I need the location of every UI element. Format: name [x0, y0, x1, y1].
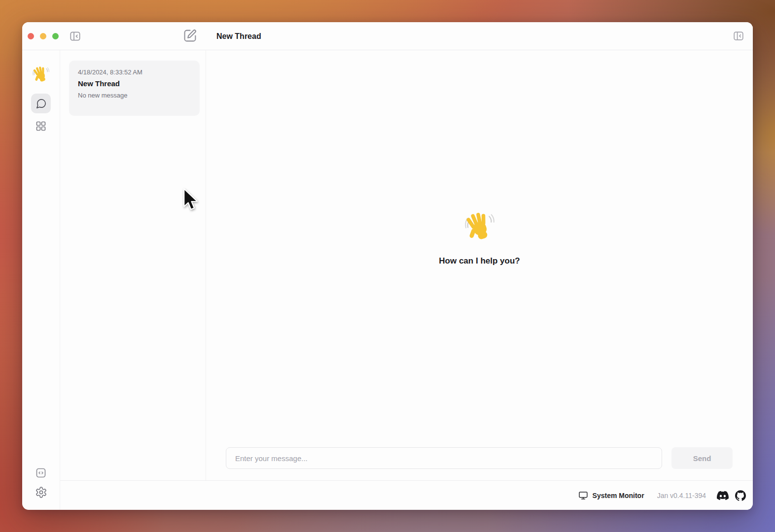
thread-subtitle: No new message [78, 92, 191, 99]
panel-collapse-icon [733, 30, 744, 42]
traffic-lights [28, 33, 59, 39]
github-icon [735, 490, 746, 501]
sidebar-item-hub[interactable] [31, 117, 51, 135]
sidebar-item-settings[interactable] [31, 482, 51, 502]
local-api-icon [35, 467, 47, 479]
wave-emoji [465, 212, 494, 241]
chat-main-area: How can I help you? Send [206, 50, 753, 480]
discord-icon [717, 490, 729, 501]
sidebar-item-threads[interactable] [31, 94, 51, 113]
wave-emoji-logo [33, 66, 49, 83]
minimize-window-button[interactable] [40, 33, 46, 39]
settings-gear-icon [35, 486, 47, 499]
sidebar-item-local-api-server[interactable] [31, 464, 51, 482]
apps-grid-icon [35, 120, 47, 132]
collapse-right-panel-button[interactable] [733, 30, 744, 42]
message-input[interactable] [226, 447, 662, 469]
github-link[interactable] [735, 490, 746, 501]
system-monitor-button[interactable]: System Monitor [578, 491, 644, 500]
thread-title: New Thread [78, 79, 191, 88]
collapse-left-panel-button[interactable] [69, 30, 81, 42]
status-bar: System Monitor Jan v0.4.11-394 [60, 480, 753, 510]
thread-list-panel: 4/18/2024, 8:33:52 AM New Thread No new … [60, 50, 206, 480]
app-window: New Thread 4/18/2024, 8:33:52 AM New Thr… [22, 22, 753, 510]
system-monitor-label: System Monitor [593, 492, 644, 499]
social-links [717, 490, 746, 501]
monitor-icon [578, 491, 588, 500]
title-bar: New Thread [22, 22, 753, 50]
new-thread-compose-button[interactable] [183, 29, 197, 43]
greeting-text: How can I help you? [439, 256, 520, 266]
thread-timestamp: 4/18/2024, 8:33:52 AM [78, 68, 191, 76]
app-version-label: Jan v0.4.11-394 [657, 492, 706, 499]
discord-link[interactable] [717, 490, 729, 501]
empty-state: How can I help you? [206, 212, 753, 266]
icon-sidebar [22, 50, 60, 510]
zoom-window-button[interactable] [52, 33, 59, 39]
chat-bubble-icon [35, 98, 47, 109]
close-window-button[interactable] [28, 33, 34, 39]
compose-pencil-icon [183, 29, 197, 43]
page-title: New Thread [216, 22, 261, 50]
send-button[interactable]: Send [671, 447, 733, 469]
panel-collapse-icon [69, 30, 81, 42]
thread-list-item[interactable]: 4/18/2024, 8:33:52 AM New Thread No new … [69, 61, 200, 116]
